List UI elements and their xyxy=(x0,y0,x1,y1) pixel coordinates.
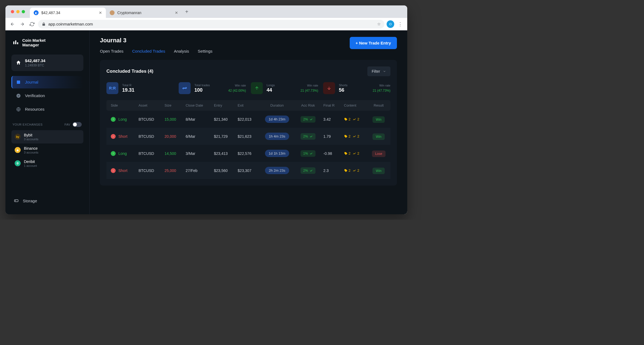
stat-shorts: Shorts 56 Win rate 21 (47.73%) xyxy=(323,82,390,94)
app-logo: Coin Market Manager xyxy=(11,38,83,47)
content-cell: 2 2 xyxy=(344,134,364,138)
extension-icon[interactable] xyxy=(387,20,394,28)
back-button[interactable] xyxy=(9,20,16,28)
stat-value: 100 xyxy=(194,87,210,93)
tab-settings[interactable]: Settings xyxy=(198,49,212,55)
tag-icon[interactable]: 2 xyxy=(344,117,351,121)
close-tab-icon[interactable]: ✕ xyxy=(175,11,178,15)
balance-card[interactable]: $42,487.34 1.24939 BTC xyxy=(11,55,83,71)
reload-button[interactable] xyxy=(28,20,36,28)
svg-point-7 xyxy=(15,200,16,201)
stat-label: Longs xyxy=(267,84,275,87)
browser-tab-active[interactable]: ◐ $42,487.34 ✕ xyxy=(30,8,106,18)
check-icon xyxy=(310,118,313,121)
exchange-icon: by xyxy=(15,134,21,140)
tag-icon[interactable]: 2 xyxy=(344,151,351,155)
main-content: Journal 3 Open Trades Concluded Trades A… xyxy=(90,30,407,214)
table-row[interactable]: ↑Long BTCUSD 14,500 3/Mar $23,413 $22,57… xyxy=(106,145,390,162)
result-pill: Win xyxy=(372,168,385,174)
table-row[interactable]: ↑Long BTCUSD 15,000 8/Mar $21,340 $22,01… xyxy=(106,111,390,128)
stat-longs: Longs 44 Win rate 21 (47.73%) xyxy=(251,82,318,94)
check-circle-icon xyxy=(16,93,21,98)
sidebar-item-resources[interactable]: Resources xyxy=(11,103,83,116)
new-trade-entry-button[interactable]: + New Trade Entry xyxy=(350,37,397,49)
nav-label: Journal xyxy=(25,80,38,84)
filter-button[interactable]: Filter xyxy=(367,66,390,76)
nav-label: Verification xyxy=(25,93,45,98)
chart-icon[interactable]: 2 xyxy=(353,151,359,155)
sidebar-item-verification[interactable]: Verification xyxy=(11,90,83,102)
fav-label: FAV xyxy=(65,123,70,126)
tag-icon[interactable]: 2 xyxy=(344,168,351,173)
size-cell: 15,000 xyxy=(162,111,183,128)
col-acc-risk[interactable]: Acc Risk xyxy=(295,100,321,111)
side-arrow-icon: ↓ xyxy=(111,168,116,173)
col-close-date[interactable]: Close Date xyxy=(183,100,211,111)
close-date-cell: 8/Mar xyxy=(183,111,211,128)
risk-pill: 2% xyxy=(301,133,315,140)
fav-toggle[interactable] xyxy=(72,122,82,127)
entry-cell: $21,340 xyxy=(211,111,235,128)
tab-open-trades[interactable]: Open Trades xyxy=(100,49,124,55)
table-row[interactable]: ↓Short BTCUSD 20,000 6/Mar $21,729 $21,6… xyxy=(106,128,390,145)
table-row[interactable]: ↓Short BTCUSD 25,000 27/Feb $23,560 $23,… xyxy=(106,162,390,179)
chart-icon[interactable]: 2 xyxy=(353,117,359,121)
exchange-icon: Đ xyxy=(15,160,21,166)
col-duration[interactable]: Duration xyxy=(259,100,295,111)
exchange-icon: ◆ xyxy=(15,147,21,153)
browser-menu-button[interactable]: ⋮ xyxy=(396,21,404,27)
minimize-window-button[interactable] xyxy=(16,10,20,13)
risk-pill: 1% xyxy=(301,150,315,157)
maximize-window-button[interactable] xyxy=(22,10,25,13)
col-final-r[interactable]: Final R xyxy=(321,100,341,111)
col-content[interactable]: Content xyxy=(341,100,367,111)
new-tab-button[interactable]: + xyxy=(185,9,188,15)
table-header-row: Side Asset Size Close Date Entry Exit Du… xyxy=(106,100,390,111)
sidebar-item-storage[interactable]: Storage xyxy=(11,195,83,207)
sidebar-item-journal[interactable]: Journal xyxy=(11,76,83,88)
stat-value: 44 xyxy=(267,87,275,93)
entry-cell: $21,729 xyxy=(211,128,235,145)
exchange-deribit[interactable]: Đ Deribit 1 account xyxy=(11,157,83,170)
browser-window: ◐ $42,487.34 ✕ Cryptomanran ✕ + app.coin… xyxy=(5,5,407,214)
home-icon xyxy=(16,60,21,65)
bookmark-icon[interactable]: ☆ xyxy=(377,22,381,27)
forward-button[interactable] xyxy=(18,20,26,28)
winrate-label: Win rate xyxy=(228,84,246,87)
exchange-sub: 3 accounts xyxy=(24,138,38,141)
side-label: Long xyxy=(118,151,127,156)
side-label: Long xyxy=(118,117,127,122)
chart-icon[interactable]: 2 xyxy=(353,134,359,138)
nav-label: Resources xyxy=(25,107,45,111)
close-date-cell: 27/Feb xyxy=(183,162,211,179)
col-entry[interactable]: Entry xyxy=(211,100,235,111)
chart-icon[interactable]: 2 xyxy=(353,168,359,173)
tab-analysis[interactable]: Analysis xyxy=(174,49,189,55)
close-tab-icon[interactable]: ✕ xyxy=(99,11,102,15)
risk-pill: 2% xyxy=(301,116,315,123)
tab-concluded-trades[interactable]: Concluded Trades xyxy=(132,49,165,55)
col-asset[interactable]: Asset xyxy=(136,100,162,111)
col-result[interactable]: Result xyxy=(367,100,390,111)
col-side[interactable]: Side xyxy=(106,100,136,111)
exchange-name: Bybit xyxy=(24,133,38,137)
result-pill: Win xyxy=(372,133,385,140)
col-size[interactable]: Size xyxy=(162,100,183,111)
close-date-cell: 6/Mar xyxy=(183,128,211,145)
col-exit[interactable]: Exit xyxy=(235,100,258,111)
check-icon xyxy=(310,152,313,155)
exchange-name: Binance xyxy=(24,146,38,151)
content-cell: 2 2 xyxy=(344,151,364,155)
close-date-cell: 3/Mar xyxy=(183,145,211,162)
section-title: YOUR EXCHANGES xyxy=(12,123,43,126)
browser-tab-inactive[interactable]: Cryptomanran ✕ xyxy=(106,8,182,18)
exchange-binance[interactable]: ◆ Binance 3 accounts xyxy=(11,143,83,157)
exchange-sub: 1 account xyxy=(24,164,37,167)
side-arrow-icon: ↑ xyxy=(111,117,116,122)
address-bar[interactable]: app.coinmarketman.com ☆ xyxy=(38,20,384,28)
winrate-value: 21 (47.73%) xyxy=(373,89,390,92)
exchange-bybit[interactable]: by Bybit 3 accounts xyxy=(11,130,83,143)
tag-icon[interactable]: 2 xyxy=(344,134,351,138)
asset-cell: BTCUSD xyxy=(136,145,162,162)
close-window-button[interactable] xyxy=(11,10,14,13)
